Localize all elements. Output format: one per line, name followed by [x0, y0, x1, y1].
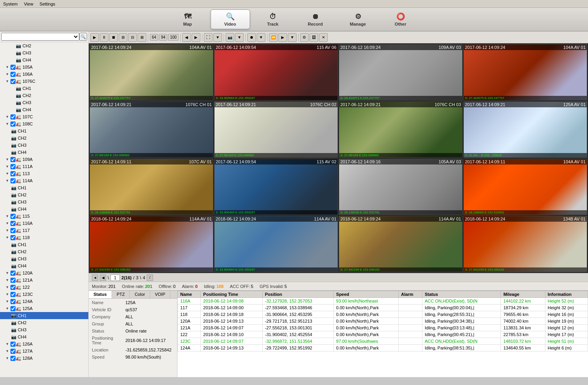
tab-voip[interactable]: VOIP	[150, 291, 170, 298]
video-cell-13[interactable]: 2018-06-12 14:09:24 114A AV 01 S: 27.642…	[90, 216, 213, 272]
video-cell-9[interactable]: 2017-06-12 14:09:11 107C AV 01 S: 28.138…	[90, 159, 213, 215]
video-cell-8[interactable]: 2017-06-12 14:09:21 125A AV 01 S: 31.94/…	[463, 101, 587, 158]
tree-108c[interactable]: ▼ 🚛 108C	[0, 120, 88, 127]
video-cell-7[interactable]: 2017-06-12 14:09:21 1076C CH 03 S: 27.69…	[339, 101, 463, 158]
toolbar-grid9-btn[interactable]: ⊟	[128, 33, 137, 42]
video-cell-12[interactable]: 2017-06-12 14:09:11 104A AV 01 S: 28.138…	[463, 159, 587, 215]
pag-prev-btn[interactable]: ◀	[100, 275, 106, 281]
vehicle-checkbox[interactable]	[10, 178, 16, 183]
vehicle-checkbox[interactable]	[10, 121, 16, 127]
pag-next-btn[interactable]: /	[147, 275, 153, 281]
tab-track[interactable]: ⏱ Track	[253, 9, 293, 29]
vehicle-checkbox[interactable]	[10, 171, 16, 176]
video-cell-6[interactable]: 2017-06-12 14:09:21 1076C CH 02 S: 27.69…	[214, 101, 338, 158]
tree-ch2-2[interactable]: 📷 CH2	[0, 92, 88, 99]
tree-ch2-5[interactable]: 📷 CH2	[0, 248, 88, 255]
video-cell-5[interactable]: 2017-06-12 14:09:21 1076C CH 01 S: 27.69…	[90, 101, 213, 158]
vehicle-checkbox[interactable]	[10, 306, 16, 311]
vehicle-checkbox[interactable]	[10, 285, 16, 290]
tree-ch3-6[interactable]: 📷 CH3	[0, 326, 88, 333]
toolbar-play-btn[interactable]: ▶	[90, 33, 99, 42]
toolbar-close-btn[interactable]: ✕	[319, 33, 328, 42]
sidebar-filter-select[interactable]	[1, 33, 79, 41]
vehicle-checkbox[interactable]	[10, 342, 16, 347]
vehicle-checkbox[interactable]	[10, 157, 16, 162]
tree-ch4-5[interactable]: 📷 CH4	[0, 262, 88, 269]
video-cell-11[interactable]: 2017-06-12 14:09:16 105A AV 03 S: 28.138…	[339, 159, 463, 215]
video-cell-3[interactable]: 2017-06-12 16:09:24 109A AV 03 S: 29.424…	[339, 44, 463, 101]
tree-ch3-5[interactable]: 📷 CH3	[0, 255, 88, 262]
tree-ch3-4[interactable]: 📷 CH3	[0, 198, 88, 206]
tree-105a[interactable]: ▼ 🚛 105A	[0, 64, 88, 71]
tree-122[interactable]: ▼ 🚛 122	[0, 284, 88, 291]
table-row[interactable]: 118 2018-06-12 14:09:18 -31.900664, 152.…	[178, 311, 588, 318]
toolbar-100-label[interactable]: 100	[168, 34, 179, 41]
vehicle-checkbox[interactable]	[10, 278, 16, 283]
vehicle-checkbox[interactable]	[10, 214, 16, 219]
toolbar-dropdown4-btn[interactable]: ▼	[288, 33, 297, 42]
tree-ch1-4[interactable]: 📷 CH1	[0, 184, 88, 191]
tree-ch2-3[interactable]: 📷 CH2	[0, 135, 88, 142]
pag-input[interactable]	[110, 275, 120, 281]
pag-first-btn[interactable]: ◄	[92, 275, 98, 281]
tree-128a[interactable]: ▼ 🚛 128A	[0, 355, 88, 362]
tree-115[interactable]: ▼ 🚛 115	[0, 213, 88, 220]
tree-ch3-1[interactable]: 📷 CH3	[0, 49, 88, 56]
toolbar-playback-btn[interactable]: ⏪	[269, 33, 278, 42]
vehicle-checkbox[interactable]	[10, 221, 16, 226]
tree-ch4-3[interactable]: 📷 CH4	[0, 149, 88, 156]
tab-color[interactable]: Color	[130, 291, 150, 298]
toolbar-record-btn[interactable]: ⏺	[247, 33, 256, 42]
tree-120a[interactable]: ▼ 🚛 120A	[0, 269, 88, 277]
tab-manage[interactable]: ⚙ Manage	[338, 9, 378, 29]
video-cell-4[interactable]: 2017-06-12 14:09:24 104A AV 01 S: 27.424…	[463, 44, 587, 101]
tree-1076c[interactable]: ▼ 🚛 1076C	[0, 78, 88, 85]
video-cell-15[interactable]: 2018-06-12 14:09:24 114A AV 01 S: 27.642…	[339, 216, 463, 272]
vehicle-checkbox[interactable]	[10, 235, 16, 240]
data-table-container[interactable]: Name Positioning Time Position Speed Ala…	[177, 291, 588, 377]
tree-ch2-1[interactable]: 📷 CH2	[0, 42, 88, 49]
table-row[interactable]: 122 2018-06-12 14:09:10 -31.900402, 152.…	[178, 331, 588, 338]
tree-117[interactable]: ▼ 🚛 117	[0, 227, 88, 234]
tree-ch1-2[interactable]: 📷 CH1	[0, 85, 88, 92]
table-row[interactable]: 123C 2018-06-12 14:09:07 -32.996872, 151…	[178, 338, 588, 345]
toolbar-prev-btn[interactable]: ◀	[182, 33, 191, 42]
video-cell-10[interactable]: 2017-06-12 14:09:54 115 AV 02 S: 33.9004…	[214, 159, 338, 215]
tab-ptz[interactable]: PTZ	[112, 291, 130, 298]
vehicle-checkbox[interactable]	[10, 228, 16, 233]
vehicle-checkbox[interactable]	[10, 349, 16, 354]
tree-114a[interactable]: ▼ 🚛 114A	[0, 177, 88, 184]
toolbar-fullscreen-btn[interactable]: ⛶	[204, 33, 213, 42]
tab-video[interactable]: 🔍 Video	[211, 9, 250, 29]
toolbar-dropdown-btn[interactable]: ▼	[213, 33, 222, 42]
tree-ch1-5[interactable]: 📷 CH1	[0, 241, 88, 248]
sidebar-search-button[interactable]: 🔍	[79, 33, 87, 41]
tree-107c[interactable]: ▼ 🚛 107C	[0, 113, 88, 120]
tree-109a[interactable]: ▼ 🚛 109A	[0, 156, 88, 163]
video-cell-2[interactable]: 2017-06-12 14:09:54 115 AV 06 S: 33.9006…	[214, 44, 338, 101]
tree-ch4-1[interactable]: 📷 CH4	[0, 56, 88, 64]
tree-ch2-4[interactable]: 📷 CH2	[0, 191, 88, 198]
toolbar-grid4-btn[interactable]: ⊞	[119, 33, 127, 42]
vehicle-checkbox[interactable]	[10, 114, 16, 120]
vehicle-checkbox[interactable]	[10, 271, 16, 276]
tree-118[interactable]: ▼ 🚛 118	[0, 234, 88, 241]
menu-view[interactable]: View	[24, 2, 34, 6]
vehicle-checkbox[interactable]	[10, 299, 16, 304]
table-row[interactable]: 121A 2018-06-12 14:09:07 -27.556218, 153…	[178, 325, 588, 331]
tree-123c[interactable]: ▼ 🚛 123C	[0, 291, 88, 298]
toolbar-94-label[interactable]: 94	[159, 34, 167, 41]
tree-ch3-2[interactable]: 📷 CH3	[0, 99, 88, 106]
tree-106a[interactable]: ▼ 🚛 106A	[0, 71, 88, 78]
video-cell-16[interactable]: 2018-06-12 14:09:24 134B AV 01 S: 27.642…	[463, 216, 587, 272]
tree-ch2-6[interactable]: 📷 CH2	[0, 319, 88, 326]
table-row[interactable]: 124A 2018-06-12 14:09:13 -29.722499, 152…	[178, 345, 588, 351]
tree-125a[interactable]: ▼ 🚛 125A	[0, 305, 88, 312]
toolbar-64-label[interactable]: 64	[150, 34, 158, 41]
table-row[interactable]: 116A 2018-06-12 14:09:08 -32.127928, 152…	[178, 298, 588, 305]
tree-113[interactable]: ▼ 🚛 113	[0, 170, 88, 177]
tree-126a[interactable]: ▼ 🚛 126A	[0, 340, 88, 348]
menu-settings[interactable]: Settings	[39, 2, 55, 6]
vehicle-checkbox[interactable]	[10, 356, 16, 361]
tree-121a[interactable]: ▼ 🚛 121A	[0, 277, 88, 284]
